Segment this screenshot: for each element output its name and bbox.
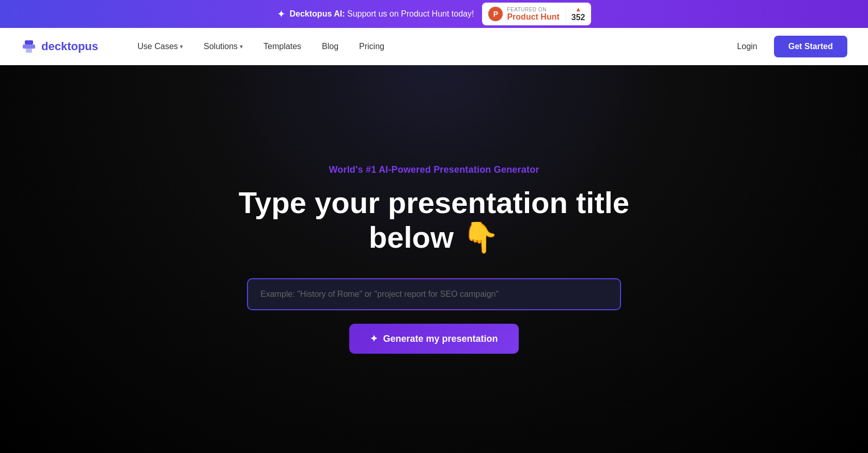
hero-subtitle: World's #1 AI-Powered Presentation Gener… (329, 164, 539, 175)
nav-blog[interactable]: Blog (314, 38, 347, 55)
ph-count-block: ▲ 352 (566, 6, 585, 22)
announcement-text: ✦ Decktopus AI: Support us on Product Hu… (277, 8, 474, 20)
product-hunt-badge[interactable]: P FEATURED ON Product Hunt ▲ 352 (482, 3, 591, 25)
nav-templates[interactable]: Templates (255, 38, 309, 55)
nav-pricing[interactable]: Pricing (351, 38, 393, 55)
ph-arrow-icon: ▲ (575, 6, 581, 13)
announcement-brand: Decktopus AI: Support us on Product Hunt… (290, 9, 474, 19)
login-button[interactable]: Login (729, 38, 766, 55)
hero-title: Type your presentation title below 👇 (202, 186, 667, 254)
generate-button-label: Generate my presentation (383, 334, 498, 344)
nav-use-cases[interactable]: Use Cases ▾ (129, 38, 191, 55)
nav-right: Login Get Started (729, 36, 847, 57)
generate-sparkle-icon: ✦ (370, 333, 378, 344)
ph-featured-on: FEATURED ON (507, 7, 559, 12)
nav-templates-label: Templates (264, 42, 301, 51)
logo-text: decktopus (41, 40, 98, 53)
ph-count: 352 (571, 13, 585, 22)
hero-input-wrapper (248, 279, 620, 309)
sparkle-icon: ✦ (277, 8, 286, 20)
use-cases-chevron-icon: ▾ (180, 43, 183, 50)
logo-link[interactable]: decktopus (21, 38, 98, 55)
announcement-bar: ✦ Decktopus AI: Support us on Product Hu… (0, 0, 868, 28)
navbar: decktopus Use Cases ▾ Solutions ▾ Templa… (0, 28, 868, 65)
nav-pricing-label: Pricing (359, 42, 384, 51)
presentation-title-input[interactable] (248, 279, 620, 309)
nav-links: Use Cases ▾ Solutions ▾ Templates Blog P… (129, 38, 729, 55)
generate-button[interactable]: ✦ Generate my presentation (349, 324, 518, 354)
ph-name: Product Hunt (507, 12, 559, 22)
ph-text-block: FEATURED ON Product Hunt (507, 7, 559, 22)
nav-use-cases-label: Use Cases (137, 42, 178, 51)
nav-solutions-label: Solutions (204, 42, 238, 51)
decktopus-logo-icon (21, 38, 37, 55)
get-started-button[interactable]: Get Started (774, 36, 847, 57)
hero-title-emoji: 👇 (462, 220, 499, 254)
solutions-chevron-icon: ▾ (240, 43, 243, 50)
ph-logo: P (488, 7, 503, 21)
nav-solutions[interactable]: Solutions ▾ (195, 38, 251, 55)
hero-section: World's #1 AI-Powered Presentation Gener… (0, 65, 868, 453)
nav-blog-label: Blog (322, 42, 338, 51)
